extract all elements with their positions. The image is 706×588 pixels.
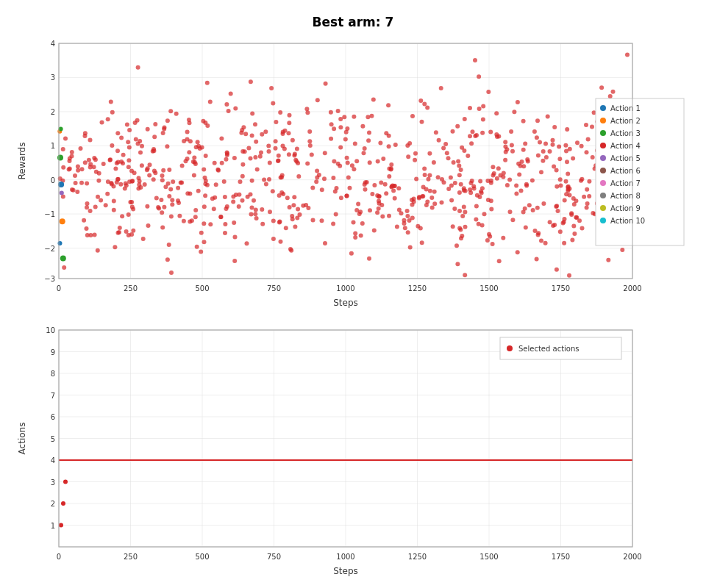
svg-point-770 xyxy=(225,204,229,209)
svg-point-243 xyxy=(165,118,170,123)
svg-text:1000: 1000 xyxy=(336,284,354,293)
svg-point-134 xyxy=(85,201,90,206)
svg-point-631 xyxy=(119,136,124,140)
svg-point-689 xyxy=(590,125,594,129)
svg-text:7: 7 xyxy=(51,392,55,400)
svg-point-383 xyxy=(310,152,314,157)
svg-point-706 xyxy=(271,189,275,193)
svg-point-637 xyxy=(420,120,424,124)
svg-text:0: 0 xyxy=(57,284,61,293)
svg-text:2000: 2000 xyxy=(623,284,641,293)
svg-point-239 xyxy=(253,212,257,216)
svg-point-158 xyxy=(329,110,333,115)
svg-point-421 xyxy=(563,198,567,202)
svg-point-642 xyxy=(85,205,89,209)
svg-point-662 xyxy=(67,167,71,171)
svg-point-417 xyxy=(254,140,258,144)
svg-point-747 xyxy=(88,233,93,237)
svg-text:1: 1 xyxy=(51,142,55,150)
svg-point-687 xyxy=(223,195,227,199)
svg-point-142 xyxy=(169,270,174,275)
svg-point-751 xyxy=(106,179,110,184)
svg-text:0: 0 xyxy=(51,176,55,184)
svg-point-562 xyxy=(446,156,451,160)
svg-point-468 xyxy=(271,101,275,106)
svg-point-839 xyxy=(60,218,65,224)
svg-point-233 xyxy=(362,151,366,155)
svg-point-154 xyxy=(260,222,265,226)
svg-point-340 xyxy=(405,214,410,218)
svg-text:500: 500 xyxy=(195,553,209,561)
svg-point-433 xyxy=(196,189,201,193)
svg-text:Action 10: Action 10 xyxy=(610,217,645,225)
svg-point-800 xyxy=(165,257,170,262)
svg-point-804 xyxy=(456,159,460,164)
svg-point-180 xyxy=(575,140,580,145)
svg-point-215 xyxy=(192,173,196,177)
svg-point-62 xyxy=(457,163,461,168)
svg-point-677 xyxy=(146,127,150,132)
svg-point-596 xyxy=(118,182,123,187)
svg-point-531 xyxy=(543,241,548,245)
svg-point-442 xyxy=(495,176,499,181)
svg-point-714 xyxy=(486,90,491,94)
svg-point-739 xyxy=(482,212,487,216)
svg-point-60 xyxy=(232,259,237,263)
svg-point-626 xyxy=(359,233,363,237)
svg-text:9: 9 xyxy=(51,348,55,356)
svg-point-271 xyxy=(477,107,482,111)
svg-point-121 xyxy=(491,165,495,169)
svg-point-192 xyxy=(501,236,505,240)
svg-point-824 xyxy=(232,220,236,225)
svg-point-690 xyxy=(462,186,466,190)
svg-point-344 xyxy=(449,184,454,188)
svg-point-716 xyxy=(198,146,202,151)
svg-point-507 xyxy=(434,130,438,135)
svg-point-445 xyxy=(468,134,472,138)
svg-point-698 xyxy=(176,198,180,203)
svg-point-299 xyxy=(224,102,229,107)
svg-point-504 xyxy=(135,118,140,123)
svg-point-816 xyxy=(570,238,574,243)
svg-text:Actions: Actions xyxy=(17,423,27,455)
svg-point-826 xyxy=(218,215,223,219)
svg-text:Action 5: Action 5 xyxy=(610,154,641,162)
svg-point-493 xyxy=(271,237,276,241)
svg-point-465 xyxy=(420,240,424,245)
svg-point-775 xyxy=(445,151,449,155)
svg-point-37 xyxy=(58,241,63,245)
svg-point-464 xyxy=(274,120,278,124)
svg-text:1000: 1000 xyxy=(336,553,354,561)
svg-point-666 xyxy=(571,157,575,161)
svg-point-128 xyxy=(539,239,543,243)
svg-point-798 xyxy=(120,214,124,218)
svg-point-235 xyxy=(320,218,324,223)
svg-point-129 xyxy=(396,186,401,190)
svg-point-660 xyxy=(126,212,131,217)
svg-point-545 xyxy=(477,195,482,199)
svg-point-65 xyxy=(287,121,291,125)
svg-point-644 xyxy=(334,212,338,216)
svg-point-541 xyxy=(267,149,271,154)
svg-text:6: 6 xyxy=(51,413,55,421)
svg-point-458 xyxy=(123,187,127,191)
svg-text:Steps: Steps xyxy=(333,298,358,308)
svg-point-212 xyxy=(61,147,65,151)
svg-point-602 xyxy=(115,177,120,182)
svg-point-248 xyxy=(459,182,463,187)
svg-point-821 xyxy=(294,159,299,164)
svg-point-533 xyxy=(591,155,595,159)
svg-point-728 xyxy=(208,222,213,226)
svg-point-628 xyxy=(386,103,391,107)
svg-point-613 xyxy=(332,126,336,131)
svg-point-655 xyxy=(568,147,572,151)
svg-point-345 xyxy=(551,138,555,143)
svg-point-463 xyxy=(568,193,572,198)
svg-point-729 xyxy=(349,251,354,256)
svg-point-350 xyxy=(336,109,340,113)
svg-point-260 xyxy=(79,181,84,185)
svg-point-286 xyxy=(223,222,227,226)
svg-point-494 xyxy=(442,180,446,184)
svg-point-452 xyxy=(253,155,257,159)
svg-point-598 xyxy=(329,137,333,141)
